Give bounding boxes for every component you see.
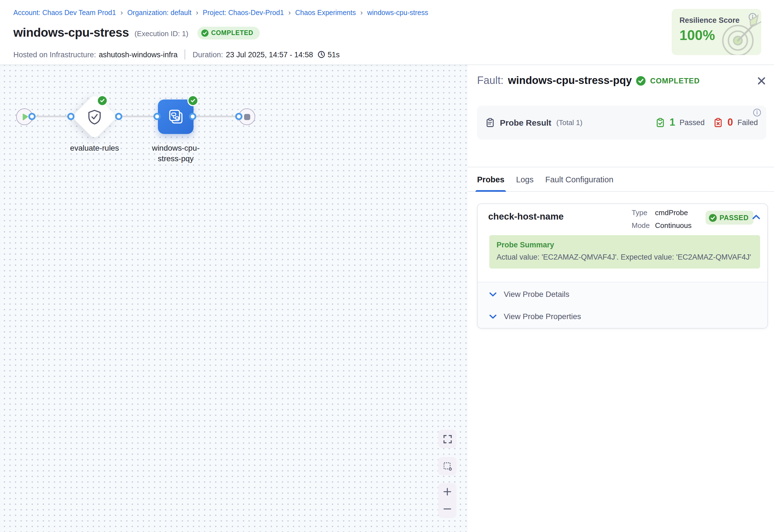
clock-icon — [317, 51, 325, 58]
breadcrumb-organization[interactable]: Organization: default — [127, 9, 192, 16]
view-probe-details-label: View Probe Details — [504, 290, 569, 299]
breadcrumb-separator-icon: › — [196, 8, 199, 17]
chaos-fault-icon — [167, 108, 185, 126]
connector-dot — [115, 113, 122, 120]
breadcrumb-account[interactable]: Account: Chaos Dev Team Prod1 — [13, 9, 116, 16]
edge-evaluate-to-fault — [118, 116, 157, 117]
chevron-down-icon — [489, 292, 497, 297]
passed-count: 1 — [669, 117, 675, 128]
probe-links-area: View Probe Details View Probe Properties — [478, 282, 767, 328]
duration-label: Duration: — [193, 50, 223, 59]
probe-result-title: Probe Result — [500, 118, 551, 127]
fault-header: Fault: windows-cpu-stress-pqy COMPLETED — [477, 74, 700, 87]
fault-name: windows-cpu-stress-pqy — [508, 74, 632, 87]
probe-result-counts: 1 Passed 0 Failed — [656, 117, 758, 128]
probe-summary-box: Probe Summary Actual value: 'EC2AMAZ-QMV… — [489, 235, 760, 269]
probe-mode-value: Continuous — [655, 219, 692, 232]
zoom-control — [438, 483, 457, 518]
probe-summary-text: Actual value: 'EC2AMAZ-QMVAF4J'. Expecte… — [497, 253, 753, 261]
fault-tabs: Probes Logs Fault Configuration — [468, 167, 774, 192]
target-arrow-illustration — [718, 12, 761, 55]
probe-meta: Type cmdProbe Mode Continuous — [632, 207, 692, 232]
hosted-label: Hosted on Infrastructure: — [13, 50, 96, 59]
breadcrumb-current[interactable]: windows-cpu-stress — [367, 9, 428, 16]
execution-id: (Execution ID: 1) — [135, 29, 188, 38]
probe-result-summary: Probe Result (Total 1) 1 Passed 0 Failed — [477, 106, 766, 140]
breadcrumb-separator-icon: › — [360, 8, 363, 17]
breadcrumb-separator-icon: › — [288, 8, 291, 17]
page-header: Account: Chaos Dev Team Prod1 › Organiza… — [0, 0, 774, 65]
meta-divider — [185, 49, 185, 59]
probe-name: check-host-name — [488, 211, 564, 222]
fault-details-panel: Fault: windows-cpu-stress-pqy COMPLETED … — [468, 64, 774, 532]
experiment-status-label: COMPLETED — [211, 29, 253, 36]
fault-label: Fault: — [477, 74, 503, 87]
tab-probes[interactable]: Probes — [477, 167, 504, 191]
fullscreen-button[interactable] — [438, 430, 457, 448]
close-icon[interactable] — [757, 76, 766, 86]
view-probe-properties-label: View Probe Properties — [504, 312, 581, 321]
breadcrumb: Account: Chaos Dev Team Prod1 › Organiza… — [13, 8, 428, 17]
failed-label: Failed — [737, 118, 758, 127]
page-title: windows-cpu-stress — [13, 26, 129, 40]
check-circle-icon — [201, 29, 208, 36]
check-circle-icon — [636, 76, 646, 85]
resilience-score-card: Resilience Score 100% — [672, 9, 761, 55]
check-circle-icon — [709, 214, 717, 222]
fault-status-label: COMPLETED — [650, 76, 700, 85]
success-check-badge — [187, 95, 199, 106]
view-probe-details[interactable]: View Probe Details — [489, 290, 569, 299]
zoom-out-button[interactable] — [438, 500, 457, 518]
fullscreen-icon — [443, 434, 452, 443]
node-windows-cpu-stress-pqy[interactable] — [158, 100, 193, 134]
chevron-down-icon — [489, 314, 497, 319]
tab-logs[interactable]: Logs — [516, 167, 534, 191]
connector-dot — [153, 113, 160, 120]
stop-icon — [244, 114, 250, 120]
failed-count: 0 — [727, 117, 733, 128]
clipboard-icon — [485, 118, 495, 127]
connector-dot — [67, 113, 74, 120]
duration-value: 23 Jul 2025, 14:57 - 14:58 — [226, 50, 313, 59]
clipboard-x-icon — [713, 118, 723, 127]
tab-fault-configuration[interactable]: Fault Configuration — [545, 167, 613, 191]
shield-check-icon — [87, 109, 102, 125]
infrastructure-name: ashutosh-windows-infra — [99, 50, 178, 59]
node-label-windows-cpu-stress-pqy: windows-cpu-stress-pqy — [141, 143, 210, 163]
duration-elapsed: 51s — [328, 50, 340, 59]
breadcrumb-separator-icon: › — [120, 8, 123, 17]
connector-dot — [189, 113, 196, 120]
breadcrumb-chaos-experiments[interactable]: Chaos Experiments — [295, 9, 356, 16]
info-icon[interactable] — [753, 108, 761, 119]
zoom-in-button[interactable] — [438, 483, 457, 500]
experiment-meta: Hosted on Infrastructure: ashutosh-windo… — [13, 49, 340, 59]
connector-dot — [235, 113, 242, 120]
probe-summary-title: Probe Summary — [497, 241, 753, 249]
probe-status-badge: PASSED — [706, 211, 754, 225]
minus-icon — [443, 505, 451, 513]
connector-dot — [28, 113, 35, 120]
view-probe-properties[interactable]: View Probe Properties — [489, 312, 581, 321]
resilience-score-value: 100% — [679, 27, 715, 43]
success-check-badge — [97, 95, 108, 106]
title-row: windows-cpu-stress (Execution ID: 1) COM… — [13, 26, 259, 40]
breadcrumb-project[interactable]: Project: Chaos-Dev-Prod1 — [203, 9, 284, 16]
probe-result-total: (Total 1) — [556, 118, 582, 127]
probe-status-label: PASSED — [720, 214, 749, 222]
app-window: Account: Chaos Dev Team Prod1 › Organiza… — [0, 0, 774, 532]
plus-icon — [443, 488, 451, 496]
play-icon — [22, 113, 28, 120]
pipeline-canvas[interactable]: evaluate-rules windows-cpu-stress-pqy — [0, 64, 468, 532]
probe-type-label: Type — [632, 207, 655, 219]
node-evaluate-rules[interactable] — [72, 94, 117, 140]
probe-type-value: cmdProbe — [655, 207, 688, 219]
clipboard-check-icon — [656, 118, 665, 127]
edge-start-to-evaluate — [32, 116, 71, 117]
edge-fault-to-end — [192, 116, 239, 117]
passed-label: Passed — [679, 118, 704, 127]
selection-mode-button[interactable] — [438, 457, 457, 475]
marquee-select-icon — [443, 462, 452, 471]
probe-mode-label: Mode — [632, 219, 655, 232]
chevron-up-icon[interactable] — [752, 215, 760, 220]
node-label-evaluate-rules: evaluate-rules — [61, 143, 128, 153]
